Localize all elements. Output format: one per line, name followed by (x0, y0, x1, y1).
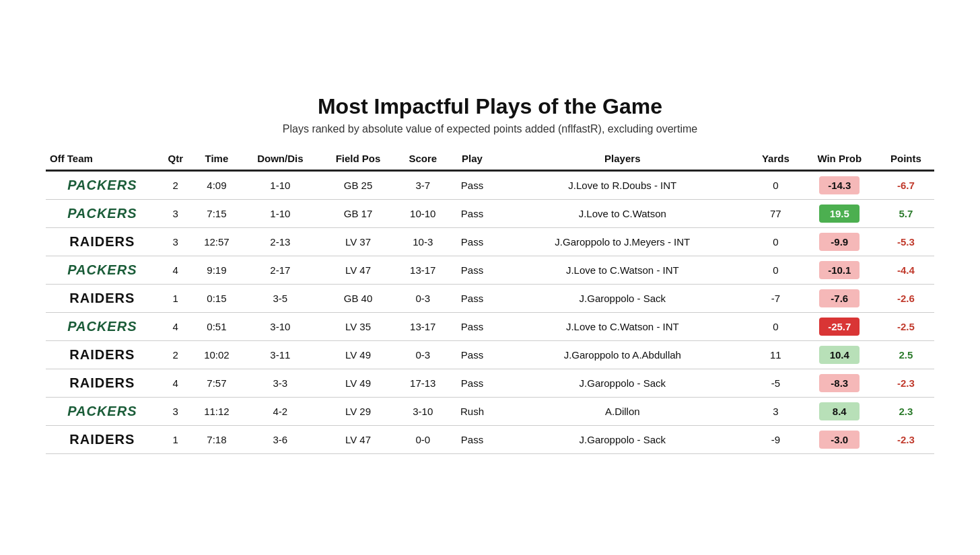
score-cell: 0-3 (396, 285, 449, 313)
team-cell: RAIDERS (46, 426, 159, 454)
field_pos-cell: GB 25 (320, 171, 396, 200)
field_pos-cell: GB 40 (320, 285, 396, 313)
points-cell: 2.3 (878, 398, 934, 426)
table-row: RAIDERS17:183-6LV 470-0PassJ.Garoppolo -… (46, 426, 934, 454)
points-cell: 5.7 (878, 200, 934, 228)
play-cell: Pass (449, 285, 495, 313)
points-cell: -5.3 (878, 228, 934, 256)
table-row: RAIDERS47:573-3LV 4917-13PassJ.Garoppolo… (46, 369, 934, 398)
table-row: PACKERS24:091-10GB 253-7PassJ.Love to R.… (46, 171, 934, 200)
team-name-packers: PACKERS (67, 178, 137, 192)
qtr-cell: 4 (159, 313, 193, 341)
col-play: Play (449, 147, 495, 171)
table-row: RAIDERS312:572-13LV 3710-3PassJ.Garoppol… (46, 228, 934, 256)
yards-cell: 0 (750, 228, 802, 256)
win-prob-cell: 8.4 (802, 398, 878, 426)
yards-cell: 0 (750, 313, 802, 341)
table-row: PACKERS40:513-10LV 3513-17PassJ.Love to … (46, 313, 934, 341)
team-cell: RAIDERS (46, 285, 159, 313)
points-cell: -2.3 (878, 426, 934, 454)
down_dis-cell: 2-17 (241, 256, 320, 285)
down_dis-cell: 3-11 (241, 341, 320, 369)
win-prob-cell: 10.4 (802, 341, 878, 369)
table-row: PACKERS311:124-2LV 293-10RushA.Dillon38.… (46, 398, 934, 426)
qtr-cell: 4 (159, 256, 193, 285)
field_pos-cell: GB 17 (320, 200, 396, 228)
team-name-raiders: RAIDERS (69, 234, 135, 249)
field_pos-cell: LV 35 (320, 313, 396, 341)
yards-cell: 0 (750, 256, 802, 285)
col-qtr: Qtr (159, 147, 193, 171)
play-cell: Pass (449, 426, 495, 454)
table-header-row: Off Team Qtr Time Down/Dis Field Pos Sco… (46, 147, 934, 171)
col-players: Players (495, 147, 750, 171)
yards-cell: -9 (750, 426, 802, 454)
team-cell: PACKERS (46, 171, 159, 200)
play-cell: Pass (449, 256, 495, 285)
time-cell: 7:15 (193, 200, 241, 228)
players-cell: J.Love to C.Watson - INT (495, 313, 750, 341)
points-cell: -4.4 (878, 256, 934, 285)
team-cell: PACKERS (46, 398, 159, 426)
field_pos-cell: LV 47 (320, 256, 396, 285)
page-title: Most Impactful Plays of the Game (46, 94, 934, 119)
win-prob-cell: -25.7 (802, 313, 878, 341)
time-cell: 11:12 (193, 398, 241, 426)
score-cell: 10-10 (396, 200, 449, 228)
field_pos-cell: LV 49 (320, 369, 396, 398)
win-prob-cell: -7.6 (802, 285, 878, 313)
score-cell: 10-3 (396, 228, 449, 256)
qtr-cell: 1 (159, 285, 193, 313)
down_dis-cell: 3-10 (241, 313, 320, 341)
down_dis-cell: 3-3 (241, 369, 320, 398)
down_dis-cell: 4-2 (241, 398, 320, 426)
points-cell: -6.7 (878, 171, 934, 200)
table-row: RAIDERS10:153-5GB 400-3PassJ.Garoppolo -… (46, 285, 934, 313)
play-cell: Pass (449, 341, 495, 369)
col-time: Time (193, 147, 241, 171)
yards-cell: 77 (750, 200, 802, 228)
col-field-pos: Field Pos (320, 147, 396, 171)
win-prob-cell: -8.3 (802, 369, 878, 398)
players-cell: J.Garoppolo - Sack (495, 369, 750, 398)
main-container: Most Impactful Plays of the Game Plays r… (26, 81, 954, 474)
win-prob-cell: -9.9 (802, 228, 878, 256)
points-cell: -2.6 (878, 285, 934, 313)
down_dis-cell: 3-5 (241, 285, 320, 313)
play-cell: Pass (449, 313, 495, 341)
points-cell: -2.3 (878, 369, 934, 398)
team-cell: RAIDERS (46, 369, 159, 398)
team-name-packers: PACKERS (67, 206, 137, 221)
team-name-packers: PACKERS (67, 404, 137, 418)
qtr-cell: 2 (159, 341, 193, 369)
qtr-cell: 1 (159, 426, 193, 454)
time-cell: 9:19 (193, 256, 241, 285)
score-cell: 0-3 (396, 341, 449, 369)
yards-cell: 0 (750, 171, 802, 200)
team-name-packers: PACKERS (67, 319, 137, 334)
qtr-cell: 3 (159, 228, 193, 256)
field_pos-cell: LV 37 (320, 228, 396, 256)
team-cell: RAIDERS (46, 341, 159, 369)
team-name-packers: PACKERS (67, 262, 137, 277)
team-name-raiders: RAIDERS (69, 347, 135, 362)
down_dis-cell: 3-6 (241, 426, 320, 454)
down_dis-cell: 2-13 (241, 228, 320, 256)
win-prob-cell: 19.5 (802, 200, 878, 228)
field_pos-cell: LV 29 (320, 398, 396, 426)
players-cell: J.Love to C.Watson - INT (495, 256, 750, 285)
yards-cell: 11 (750, 341, 802, 369)
players-cell: J.Love to R.Doubs - INT (495, 171, 750, 200)
table-row: RAIDERS210:023-11LV 490-3PassJ.Garoppolo… (46, 341, 934, 369)
time-cell: 10:02 (193, 341, 241, 369)
play-cell: Pass (449, 171, 495, 200)
field_pos-cell: LV 47 (320, 426, 396, 454)
down_dis-cell: 1-10 (241, 171, 320, 200)
page-subtitle: Plays ranked by absolute value of expect… (46, 123, 934, 135)
time-cell: 4:09 (193, 171, 241, 200)
time-cell: 12:57 (193, 228, 241, 256)
down_dis-cell: 1-10 (241, 200, 320, 228)
team-cell: RAIDERS (46, 228, 159, 256)
win-prob-cell: -10.1 (802, 256, 878, 285)
score-cell: 17-13 (396, 369, 449, 398)
